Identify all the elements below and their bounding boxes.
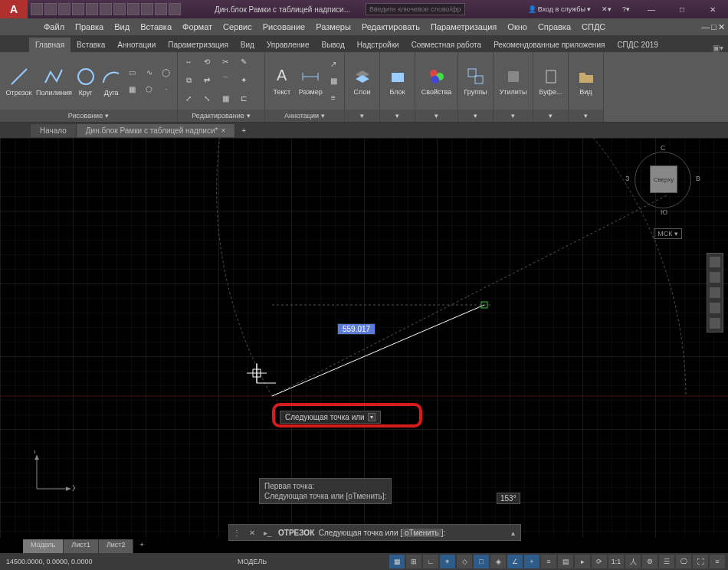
table-icon[interactable]: ▦ <box>326 74 341 89</box>
qat-undo-icon[interactable] <box>100 3 112 15</box>
help-icon[interactable]: ?▾ <box>619 3 633 15</box>
qat-extra1-icon[interactable] <box>141 3 153 15</box>
nav-zoom-icon[interactable] <box>710 287 720 298</box>
menu-format[interactable]: Формат <box>177 18 218 35</box>
drawing-canvas[interactable]: /* grid drawn by css-only repeating bg w… <box>0 138 728 538</box>
menu-tools[interactable]: Сервис <box>218 18 257 35</box>
cmdline-close-icon[interactable]: ✕ <box>244 529 260 537</box>
menu-param[interactable]: Параметризация <box>425 18 502 35</box>
viewcube-w[interactable]: З <box>625 175 629 182</box>
circle-button[interactable]: Круг <box>74 54 98 108</box>
ribbon-tab-collab[interactable]: Совместная работа <box>405 38 488 52</box>
nav-wheel-icon[interactable] <box>710 257 720 267</box>
command-option[interactable]: оТменить <box>402 529 441 537</box>
ribbon-tab-home[interactable]: Главная <box>29 38 71 52</box>
menu-modify[interactable]: Редактировать <box>356 18 425 35</box>
qat-open-icon[interactable] <box>44 3 57 15</box>
menu-draw[interactable]: Рисование <box>257 18 310 35</box>
panel-annot-title[interactable]: Аннотации▾ <box>265 110 344 122</box>
qat-more-icon[interactable] <box>127 3 139 15</box>
search-input[interactable] <box>366 3 465 15</box>
view-button[interactable]: Вид <box>572 67 600 96</box>
dynamic-prompt[interactable]: Следующая точка или ▾ <box>280 411 381 424</box>
nav-orbit-icon[interactable] <box>710 303 720 313</box>
polyline-button[interactable]: Полилиния <box>36 54 72 108</box>
ucs-label[interactable]: МСК ▾ <box>654 228 682 239</box>
viewcube-top-face[interactable]: Сверху <box>650 165 677 193</box>
tab-add[interactable]: + <box>133 539 149 553</box>
spline-icon[interactable]: ∿ <box>142 65 157 80</box>
menu-help[interactable]: Справка <box>533 18 576 35</box>
panel-draw-title[interactable]: Рисование▾ <box>0 110 177 122</box>
dim-button[interactable]: Размер <box>297 67 325 96</box>
status-model-label[interactable]: МОДЕЛЬ <box>153 558 389 565</box>
tab-layout2[interactable]: Лист2 <box>99 539 134 553</box>
viewcube-s[interactable]: Ю <box>661 208 667 216</box>
mirror-icon[interactable]: ⇄ <box>199 73 215 88</box>
doc-tab-add[interactable]: + <box>235 126 252 135</box>
sb-osnap-icon[interactable]: □ <box>474 555 489 568</box>
dynamic-prompt-options-icon[interactable]: ▾ <box>368 413 375 421</box>
qat-extra2-icon[interactable] <box>155 3 167 15</box>
sb-dyn-icon[interactable]: + <box>524 555 539 568</box>
layers-button[interactable]: Слои <box>348 67 376 96</box>
ribbon-tab-featured[interactable]: Рекомендованные приложения <box>487 38 611 52</box>
qat-extra3-icon[interactable] <box>169 3 181 15</box>
copy-icon[interactable]: ⧉ <box>181 73 196 88</box>
ribbon-tab-annot[interactable]: Аннотации <box>111 38 162 52</box>
doc-tab-current[interactable]: Дин.блок Рамки с таблицей надписи*× <box>77 124 235 137</box>
viewcube[interactable]: Сверху С Ю З В <box>628 146 697 215</box>
viewcube-e[interactable]: В <box>696 175 700 182</box>
login-button[interactable]: 👤Вход в службы▾ <box>525 3 594 15</box>
qat-save-icon[interactable] <box>58 3 71 15</box>
close-button[interactable]: ✕ <box>697 0 728 18</box>
utils-button[interactable]: Утилиты <box>497 67 530 96</box>
arc-button[interactable]: Дуга <box>99 54 123 108</box>
viewcube-n[interactable]: С <box>661 144 666 152</box>
props-button[interactable]: Свойства <box>418 67 454 96</box>
ellipse-icon[interactable]: ◯ <box>159 65 174 80</box>
sb-ws-icon[interactable]: ☰ <box>659 555 674 568</box>
tab-layout1[interactable]: Лист1 <box>64 539 99 553</box>
sb-monitor-icon[interactable]: 🖵 <box>676 555 691 568</box>
ribbon-collapse-icon[interactable]: ▣▾ <box>708 44 728 52</box>
leader-icon[interactable]: ↗ <box>326 57 341 72</box>
qat-print-icon[interactable] <box>86 3 98 15</box>
menu-spds[interactable]: СПДС <box>576 18 611 35</box>
sb-scale-icon[interactable]: 1:1 <box>608 555 624 568</box>
menu-file[interactable]: Файл <box>38 18 70 35</box>
menu-dim[interactable]: Размеры <box>310 18 356 35</box>
sb-snap-icon[interactable]: ⊞ <box>406 555 421 568</box>
sb-cycle-icon[interactable]: ⟳ <box>592 555 607 568</box>
line-button[interactable]: Отрезок <box>3 54 34 108</box>
sb-lw-icon[interactable]: ≡ <box>541 555 556 568</box>
ribbon-tab-insert[interactable]: Вставка <box>71 38 111 52</box>
tab-model[interactable]: Модель <box>23 539 64 553</box>
scale-icon[interactable]: ⤡ <box>199 91 215 106</box>
stretch-icon[interactable]: ⤢ <box>181 91 196 106</box>
exchange-icon[interactable]: ✕▾ <box>598 3 615 15</box>
mtext-icon[interactable]: ≡ <box>326 90 341 106</box>
sb-otrack-icon[interactable]: ∠ <box>507 555 523 568</box>
ribbon-tab-addin[interactable]: Надстройки <box>351 38 405 52</box>
qat-new-icon[interactable] <box>31 3 43 15</box>
minimize-button[interactable]: — <box>636 0 667 18</box>
mdi-restore-icon[interactable]: □ <box>711 22 717 32</box>
ribbon-tab-output[interactable]: Вывод <box>316 38 351 52</box>
sb-qs-icon[interactable]: ▸ <box>575 555 590 568</box>
explode-icon[interactable]: ✦ <box>236 73 251 88</box>
ribbon-tab-manage[interactable]: Управление <box>261 38 316 52</box>
menu-insert[interactable]: Вставка <box>135 18 177 35</box>
block-button[interactable]: Блок <box>383 67 412 96</box>
dynamic-length-input[interactable]: 559.017 <box>337 323 375 335</box>
sb-3dosnap-icon[interactable]: ◈ <box>490 555 506 568</box>
command-line[interactable]: ⋮ ✕ ▸_ ОТРЕЗОК Следующая точка или [оТме… <box>228 524 521 541</box>
sb-grid-icon[interactable]: ▦ <box>389 555 405 568</box>
nav-showmotion-icon[interactable] <box>710 318 720 329</box>
ribbon-tab-param[interactable]: Параметризация <box>162 38 234 52</box>
sb-ann-icon[interactable]: 人 <box>625 555 641 568</box>
buffer-button[interactable]: Буфе... <box>536 67 565 96</box>
cmdline-recent-icon[interactable]: ▴ <box>505 529 520 537</box>
text-button[interactable]: A Текст <box>268 67 296 96</box>
menu-view[interactable]: Вид <box>109 18 135 35</box>
